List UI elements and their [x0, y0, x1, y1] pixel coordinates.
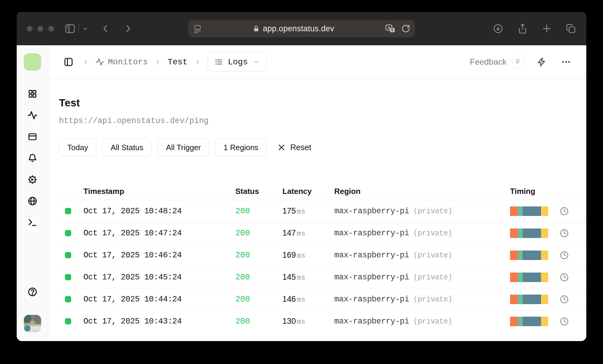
timing-bar[interactable]	[510, 317, 548, 326]
address-bar[interactable]: app.openstatus.dev A	[188, 20, 415, 37]
sidebar-item-status-pages[interactable]	[22, 126, 43, 147]
chevron-down-icon	[253, 58, 260, 66]
timing-segment	[541, 228, 548, 238]
clock-icon	[560, 295, 569, 304]
url-text[interactable]: app.openstatus.dev	[263, 24, 334, 33]
timing-segment	[510, 295, 518, 304]
zoom-window-button[interactable]	[48, 26, 54, 32]
sidebar-item-domains[interactable]	[22, 190, 43, 212]
table-row[interactable]: Oct 17, 2025 10:47:24 200 147 ms max-ras…	[59, 222, 586, 244]
col-status: Status	[235, 187, 282, 196]
table-header: Timestamp Status Latency Region Timing	[59, 183, 586, 200]
row-region: max-raspberry-pi	[334, 229, 409, 238]
status-indicator	[65, 230, 71, 236]
timing-bar[interactable]	[510, 228, 548, 238]
timing-segment	[541, 295, 548, 304]
log-table: Timestamp Status Latency Region Timing O…	[59, 183, 586, 332]
clock-icon	[560, 228, 569, 238]
row-latency-value: 175	[282, 206, 296, 216]
breadcrumb-monitors-label: Monitors	[108, 57, 148, 67]
gear-icon	[27, 175, 38, 185]
downloads-icon[interactable]	[493, 23, 503, 34]
tab-overview-icon[interactable]	[565, 23, 576, 34]
new-tab-icon[interactable]	[542, 24, 552, 34]
sidebar-item-cli[interactable]	[22, 212, 43, 233]
view-switcher-label: Logs	[228, 57, 248, 67]
ellipsis-icon[interactable]	[559, 55, 573, 69]
row-latency-unit: ms	[297, 296, 305, 304]
breadcrumb: Monitors Test	[61, 52, 267, 71]
row-region: max-raspberry-pi	[334, 251, 409, 260]
reset-label: Reset	[290, 143, 311, 152]
breadcrumb-monitor-name[interactable]: Test	[167, 57, 187, 67]
sidebar-item-monitors[interactable]	[22, 105, 43, 126]
sidebar-item-settings[interactable]	[22, 169, 43, 190]
timing-segment	[510, 317, 518, 326]
filter-all-trigger[interactable]: All Trigger	[158, 139, 209, 156]
reset-filters-button[interactable]: Reset	[277, 143, 311, 152]
col-timestamp: Timestamp	[83, 187, 235, 196]
bell-icon	[28, 153, 37, 163]
back-icon[interactable]	[101, 24, 110, 34]
timing-bar[interactable]	[510, 251, 548, 260]
close-window-button[interactable]	[27, 26, 32, 32]
filter-all-status[interactable]: All Status	[102, 139, 152, 156]
status-indicator	[65, 208, 71, 214]
status-indicator	[65, 274, 71, 280]
translate-icon[interactable]: A	[385, 24, 396, 34]
timing-segment	[518, 295, 523, 304]
share-icon[interactable]	[517, 23, 528, 34]
row-region: max-raspberry-pi	[334, 295, 409, 304]
filter-today[interactable]: Today	[59, 139, 96, 156]
row-timestamp: Oct 17, 2025 10:46:24	[83, 251, 235, 260]
toolbar-divider	[78, 24, 79, 33]
row-latency-unit: ms	[297, 230, 305, 238]
row-region-note: (private)	[413, 295, 452, 304]
timing-segment	[510, 251, 518, 260]
timing-bar[interactable]	[510, 295, 548, 304]
table-row[interactable]: Oct 17, 2025 10:46:24 200 169 ms max-ras…	[59, 244, 586, 266]
filter-1-regions[interactable]: 1 Regions	[215, 139, 267, 156]
table-row[interactable]: Oct 17, 2025 10:44:24 200 146 ms max-ras…	[59, 288, 586, 310]
chevron-right-icon	[194, 59, 201, 65]
view-switcher-button[interactable]: Logs	[207, 52, 267, 71]
table-row[interactable]: Oct 17, 2025 10:43:24 200 130 ms max-ras…	[59, 310, 586, 332]
page-content: Test https://api.openstatus.dev/ping Tod…	[48, 79, 586, 341]
panel-top-icon	[28, 132, 37, 141]
timing-bar[interactable]	[510, 206, 548, 216]
row-latency-value: 130	[282, 317, 296, 326]
breadcrumb-monitors[interactable]: Monitors	[95, 57, 148, 67]
monitor-endpoint: https://api.openstatus.dev/ping	[59, 116, 586, 125]
user-avatar[interactable]	[24, 315, 41, 332]
feedback-button[interactable]: Feedback F	[470, 56, 524, 68]
timing-segment	[541, 251, 548, 260]
row-region: max-raspberry-pi	[334, 273, 409, 282]
openstatus-logo[interactable]	[24, 53, 41, 71]
sidebar-item-notifications[interactable]	[22, 147, 43, 169]
browser-window: app.openstatus.dev A	[17, 12, 586, 341]
chevron-right-icon	[154, 59, 161, 65]
panel-left-icon[interactable]	[61, 55, 76, 69]
globe-icon	[27, 196, 38, 206]
row-region-note: (private)	[413, 251, 452, 260]
row-latency-unit: ms	[297, 252, 305, 260]
sidebar-item-dashboard[interactable]	[22, 83, 43, 105]
table-row[interactable]: Oct 17, 2025 10:48:24 200 175 ms max-ras…	[59, 200, 586, 222]
sidebar-menu-chevron-icon[interactable]	[82, 25, 88, 32]
row-status: 200	[235, 317, 282, 326]
activity-icon	[27, 110, 38, 120]
minimize-window-button[interactable]	[38, 26, 43, 32]
timing-segment	[518, 317, 523, 326]
page-settings-icon[interactable]	[193, 24, 202, 33]
zap-icon[interactable]	[534, 55, 549, 69]
timing-bar[interactable]	[510, 273, 548, 282]
sidebar-toggle-icon[interactable]	[65, 24, 75, 33]
table-row[interactable]: Oct 17, 2025 10:45:24 200 145 ms max-ras…	[59, 266, 586, 288]
timing-segment	[523, 206, 541, 216]
close-icon	[277, 143, 286, 152]
forward-icon[interactable]	[124, 24, 133, 34]
row-latency-unit: ms	[297, 318, 305, 326]
reload-icon[interactable]	[401, 24, 410, 33]
row-latency-value: 145	[282, 273, 296, 282]
help-button[interactable]	[22, 281, 43, 303]
